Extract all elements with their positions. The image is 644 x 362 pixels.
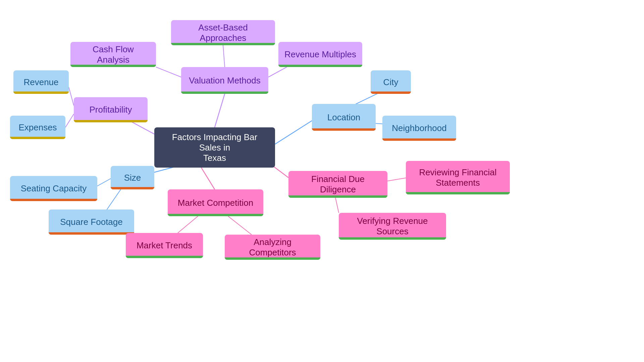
asset-based-node: Asset-Based Approaches bbox=[171, 20, 275, 45]
svg-line-10 bbox=[65, 114, 74, 127]
neighborhood-label: Neighborhood bbox=[392, 123, 446, 133]
expenses-node: Expenses bbox=[10, 116, 65, 139]
analyzing-competitors-node: Analyzing Competitors bbox=[225, 235, 320, 260]
asset-based-label: Asset-Based Approaches bbox=[177, 22, 269, 43]
city-label: City bbox=[383, 77, 398, 87]
seating-capacity-node: Seating Capacity bbox=[10, 176, 97, 201]
reviewing-financial-label: Reviewing Financial Statements bbox=[412, 167, 504, 188]
market-trends-label: Market Trends bbox=[137, 240, 192, 251]
svg-line-15 bbox=[178, 216, 198, 233]
size-node: Size bbox=[111, 166, 154, 189]
location-label: Location bbox=[327, 112, 360, 123]
svg-line-16 bbox=[228, 216, 252, 235]
seating-capacity-label: Seating Capacity bbox=[21, 183, 87, 194]
square-footage-node: Square Footage bbox=[49, 209, 134, 235]
center-node: Factors Impacting Bar Sales in Texas bbox=[154, 127, 275, 168]
valuation-methods-node: Valuation Methods bbox=[181, 67, 268, 94]
svg-line-13 bbox=[97, 178, 112, 186]
market-trends-node: Market Trends bbox=[126, 233, 203, 258]
svg-line-8 bbox=[268, 67, 287, 77]
financial-due-diligence-label: Financial Due Diligence bbox=[294, 174, 381, 195]
city-node: City bbox=[371, 70, 411, 94]
svg-line-9 bbox=[69, 87, 74, 106]
neighborhood-node: Neighborhood bbox=[382, 116, 456, 141]
size-label: Size bbox=[124, 173, 141, 183]
financial-due-diligence-node: Financial Due Diligence bbox=[288, 171, 387, 198]
revenue-node: Revenue bbox=[13, 70, 69, 94]
profitability-node: Profitability bbox=[74, 97, 148, 122]
revenue-multiples-node: Revenue Multiples bbox=[278, 42, 362, 67]
svg-line-18 bbox=[335, 198, 339, 213]
reviewing-financial-node: Reviewing Financial Statements bbox=[406, 161, 510, 194]
profitability-label: Profitability bbox=[89, 105, 132, 115]
revenue-multiples-label: Revenue Multiples bbox=[284, 49, 356, 60]
market-competition-label: Market Competition bbox=[178, 198, 253, 208]
center-label: Factors Impacting Bar Sales in Texas bbox=[160, 132, 269, 163]
svg-line-7 bbox=[156, 67, 181, 77]
svg-line-4 bbox=[201, 168, 215, 189]
revenue-label: Revenue bbox=[23, 77, 58, 87]
svg-line-0 bbox=[215, 94, 225, 127]
cash-flow-node: Cash Flow Analysis bbox=[70, 42, 156, 67]
analyzing-competitors-label: Analyzing Competitors bbox=[231, 237, 314, 258]
expenses-label: Expenses bbox=[18, 122, 57, 133]
svg-line-17 bbox=[387, 178, 408, 181]
valuation-methods-label: Valuation Methods bbox=[189, 75, 260, 86]
cash-flow-label: Cash Flow Analysis bbox=[76, 44, 150, 65]
svg-line-2 bbox=[275, 121, 312, 144]
svg-line-6 bbox=[223, 45, 225, 67]
verifying-revenue-node: Verifying Revenue Sources bbox=[339, 213, 446, 240]
market-competition-node: Market Competition bbox=[168, 189, 263, 216]
location-node: Location bbox=[312, 104, 376, 131]
verifying-revenue-label: Verifying Revenue Sources bbox=[345, 216, 440, 237]
square-footage-label: Square Footage bbox=[60, 217, 122, 227]
